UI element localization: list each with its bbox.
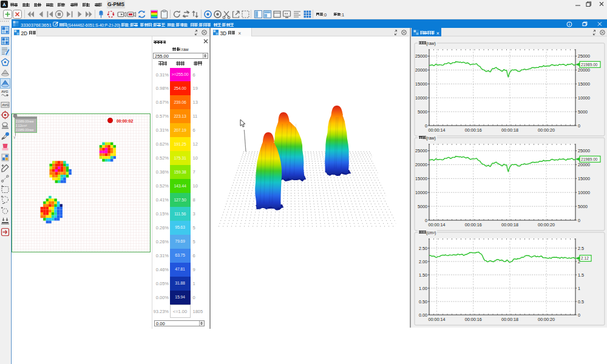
svg-text:0: 0	[578, 312, 580, 318]
svg-text:2.12: 2.12	[581, 256, 589, 260]
svg-text:00:00:16: 00:00:16	[465, 222, 482, 228]
svg-text:AVG: AVG	[2, 103, 9, 106]
svg-text:21989.00: 21989.00	[581, 62, 598, 67]
svg-text:25000: 25000	[578, 53, 590, 59]
svg-text:10000: 10000	[578, 95, 590, 101]
svg-text:00:00:18: 00:00:18	[501, 222, 518, 228]
svg-text:1.00: 1.00	[419, 286, 427, 291]
svg-text:10000: 10000	[415, 95, 427, 101]
svg-text:0: 0	[578, 123, 580, 129]
svg-text:0: 0	[425, 123, 427, 129]
svg-text:5000: 5000	[418, 204, 427, 209]
svg-text:0.5: 0.5	[578, 299, 584, 305]
svg-text:00:00:16: 00:00:16	[465, 317, 482, 322]
svg-text:00:00:20: 00:00:20	[538, 127, 555, 133]
svg-text:2.00: 2.00	[419, 259, 427, 265]
svg-text:00:00:18: 00:00:18	[501, 127, 518, 133]
svg-text:00:00:20: 00:00:20	[538, 317, 555, 322]
svg-text:00:00:16: 00:00:16	[465, 127, 482, 133]
svg-text:0.50: 0.50	[419, 299, 427, 305]
svg-text:15000: 15000	[415, 81, 427, 87]
svg-text:2.50: 2.50	[419, 246, 427, 251]
svg-text:25000: 25000	[415, 148, 427, 153]
svg-text:0.00: 0.00	[419, 312, 427, 318]
svg-text:1.50: 1.50	[419, 272, 427, 278]
svg-text:5000: 5000	[578, 204, 588, 209]
svg-text:25000: 25000	[415, 53, 427, 59]
svg-text:AVG: AVG	[1, 90, 8, 93]
svg-text:15000: 15000	[578, 81, 590, 87]
svg-text:5000: 5000	[578, 109, 588, 115]
svg-text:10000: 10000	[415, 190, 427, 195]
svg-text:15000: 15000	[415, 176, 427, 181]
svg-text:0: 0	[578, 218, 580, 223]
svg-text:20000: 20000	[415, 67, 427, 73]
svg-text:20000: 20000	[415, 162, 427, 167]
svg-text:20000: 20000	[578, 162, 590, 167]
svg-text:0: 0	[425, 218, 427, 223]
svg-text:00:00:20: 00:00:20	[538, 222, 555, 228]
svg-text:5000: 5000	[418, 109, 427, 115]
svg-text:2.5: 2.5	[578, 246, 584, 251]
svg-text:00:00:14: 00:00:14	[429, 317, 446, 322]
svg-text:00:00:18: 00:00:18	[501, 317, 518, 322]
svg-text:21989.00: 21989.00	[581, 157, 598, 161]
svg-text:1: 1	[578, 286, 580, 291]
svg-text:20000: 20000	[578, 67, 590, 73]
svg-text:00:00:14: 00:00:14	[429, 222, 446, 228]
svg-text:15000: 15000	[578, 176, 590, 181]
svg-text:10000: 10000	[578, 190, 590, 195]
svg-text:1.5: 1.5	[578, 272, 584, 278]
svg-text:25000: 25000	[578, 148, 590, 153]
svg-text:00:00:14: 00:00:14	[429, 127, 446, 133]
